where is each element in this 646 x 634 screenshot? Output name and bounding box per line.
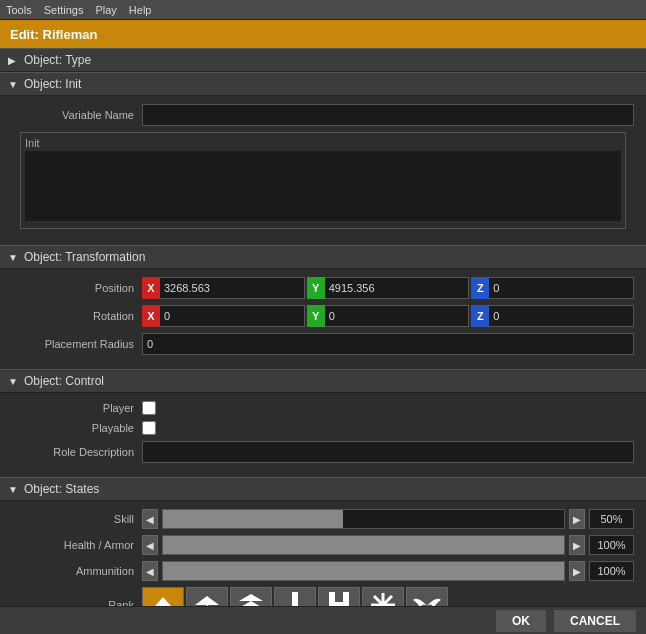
rot-y-input[interactable] [325,305,470,327]
main-content: ▶ Object: Type ▼ Object: Init Variable N… [0,48,646,606]
pos-y-input[interactable] [325,277,470,299]
pos-x-tag: X [142,277,160,299]
rot-z-tag: Z [471,305,489,327]
menu-help[interactable]: Help [129,4,152,16]
rank-icon-4[interactable] [318,587,360,606]
rank-icon-3[interactable] [274,587,316,606]
section-control-label: Object: Control [24,374,104,388]
section-transform-body: Position X Y Z Rotation [0,269,646,369]
section-init-label: Object: Init [24,77,81,91]
player-label: Player [12,402,142,414]
rank-icon-5[interactable] [362,587,404,606]
rot-x-input[interactable] [160,305,305,327]
health-arrow-right[interactable]: ▶ [569,535,585,555]
pos-z-tag: Z [471,277,489,299]
position-xyz-group: X Y Z [142,277,634,299]
menu-settings[interactable]: Settings [44,4,84,16]
playable-row: Playable [12,421,634,435]
rank-row: Rank [12,587,634,606]
svg-marker-1 [195,596,219,605]
pos-y-tag: Y [307,277,325,299]
init-textarea[interactable] [25,151,621,221]
rotation-row: Rotation X Y Z [12,305,634,327]
svg-rect-7 [329,592,335,606]
ammo-slider-fill [163,562,564,580]
health-row: Health / Armor ◀ ▶ 100% [12,535,634,555]
skill-row: Skill ◀ ▶ 50% [12,509,634,529]
rank-icon-0[interactable] [142,587,184,606]
section-states-arrow: ▼ [8,484,18,494]
health-value[interactable]: 100% [589,535,634,555]
role-label: Role Description [12,446,142,458]
svg-rect-6 [292,592,298,606]
placement-row: Placement Radius [12,333,634,355]
placement-label: Placement Radius [12,338,142,350]
skill-value[interactable]: 50% [589,509,634,529]
cancel-button[interactable]: CANCEL [554,610,636,632]
section-transform-label: Object: Transformation [24,250,145,264]
playable-checkbox[interactable] [142,421,156,435]
placement-input[interactable] [142,333,634,355]
rot-z-input[interactable] [489,305,634,327]
rank-icon-1[interactable] [186,587,228,606]
init-label: Init [25,137,621,149]
section-object-states[interactable]: ▼ Object: States [0,477,646,501]
role-row: Role Description [12,441,634,463]
section-states-body: Skill ◀ ▶ 50% Health / Armor ◀ ▶ 100% [0,501,646,606]
playable-label: Playable [12,422,142,434]
rank-icon-2[interactable] [230,587,272,606]
skill-arrow-right[interactable]: ▶ [569,509,585,529]
skill-label: Skill [12,513,142,525]
section-object-transformation[interactable]: ▼ Object: Transformation [0,245,646,269]
rotation-xyz-group: X Y Z [142,305,634,327]
health-slider-fill [163,536,564,554]
menu-play[interactable]: Play [95,4,116,16]
rank-icon-container [142,587,634,606]
section-type-arrow: ▶ [8,55,18,65]
role-input[interactable] [142,441,634,463]
health-slider-container: ◀ ▶ 100% [142,535,634,555]
skill-slider-bar[interactable] [162,509,565,529]
svg-rect-8 [343,592,349,606]
section-control-arrow: ▼ [8,376,18,386]
variable-name-row: Variable Name [12,104,634,126]
health-arrow-left[interactable]: ◀ [142,535,158,555]
ammo-arrow-left[interactable]: ◀ [142,561,158,581]
section-transform-arrow: ▼ [8,252,18,262]
ammo-slider-container: ◀ ▶ 100% [142,561,634,581]
section-object-init[interactable]: ▼ Object: Init [0,72,646,96]
section-object-type[interactable]: ▶ Object: Type [0,48,646,72]
player-checkbox[interactable] [142,401,156,415]
section-type-label: Object: Type [24,53,91,67]
rank-icon-6[interactable] [406,587,448,606]
title-bar: Edit: Rifleman [0,20,646,48]
health-label: Health / Armor [12,539,142,551]
rot-x-tag: X [142,305,160,327]
position-row: Position X Y Z [12,277,634,299]
rotation-x-field: X [142,305,305,327]
title-label: Edit: Rifleman [10,27,97,42]
skill-arrow-left[interactable]: ◀ [142,509,158,529]
section-object-control[interactable]: ▼ Object: Control [0,369,646,393]
init-group: Init [20,132,626,229]
variable-name-input[interactable] [142,104,634,126]
menu-tools[interactable]: Tools [6,4,32,16]
ammo-value[interactable]: 100% [589,561,634,581]
position-y-field: Y [307,277,470,299]
rotation-y-field: Y [307,305,470,327]
section-init-arrow: ▼ [8,79,18,89]
ammo-row: Ammunition ◀ ▶ 100% [12,561,634,581]
rot-y-tag: Y [307,305,325,327]
ammo-label: Ammunition [12,565,142,577]
pos-z-input[interactable] [489,277,634,299]
rotation-label: Rotation [12,310,142,322]
ammo-slider-bar[interactable] [162,561,565,581]
health-slider-bar[interactable] [162,535,565,555]
rank-label: Rank [12,599,142,606]
svg-marker-3 [239,594,263,601]
svg-marker-0 [149,597,177,606]
ammo-arrow-right[interactable]: ▶ [569,561,585,581]
section-states-label: Object: States [24,482,99,496]
ok-button[interactable]: OK [496,610,546,632]
pos-x-input[interactable] [160,277,305,299]
